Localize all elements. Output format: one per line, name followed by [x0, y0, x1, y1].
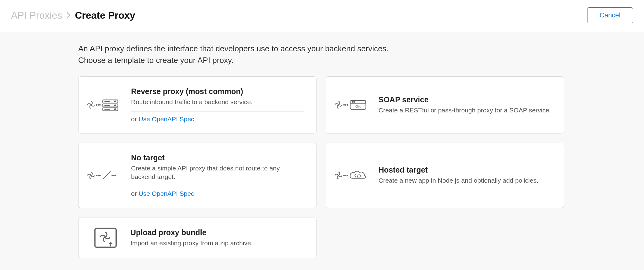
- card-desc: Create a simple API proxy that does not …: [131, 164, 304, 181]
- svg-point-28: [345, 175, 346, 176]
- svg-point-27: [344, 175, 345, 176]
- use-openapi-link[interactable]: Use OpenAPI Spec: [139, 115, 194, 122]
- svg-text:XML: XML: [355, 105, 362, 108]
- svg-point-18: [354, 101, 355, 102]
- breadcrumb-root-link[interactable]: API Proxies: [11, 10, 62, 21]
- card-body: Hosted target Create a new app in Node.j…: [379, 166, 551, 185]
- intro-line-2: Choose a template to create your API pro…: [78, 56, 233, 65]
- card-desc: Import an existing proxy from a zip arch…: [130, 239, 304, 247]
- divider: [131, 111, 304, 112]
- svg-point-14: [347, 104, 348, 105]
- card-body: Reverse proxy (most common) Route inboun…: [131, 87, 304, 122]
- svg-point-26: [115, 175, 116, 176]
- svg-point-17: [352, 101, 353, 102]
- upload-bundle-icon: [93, 228, 120, 247]
- svg-point-21: [98, 175, 99, 176]
- breadcrumb: API Proxies Create Proxy: [11, 10, 135, 21]
- card-reverse-proxy[interactable]: Reverse proxy (most common) Route inboun…: [78, 76, 317, 133]
- card-soap-service[interactable]: XML SOAP service Create a RESTful or pas…: [326, 76, 564, 133]
- divider: [131, 186, 304, 186]
- svg-point-0: [96, 104, 97, 105]
- card-desc: Route inbound traffic to a backend servi…: [131, 98, 304, 106]
- breadcrumb-current: Create Proxy: [75, 10, 135, 21]
- svg-point-2: [100, 104, 101, 105]
- or-openapi-line: or Use OpenAPI Spec: [131, 190, 304, 197]
- svg-point-10: [115, 105, 116, 106]
- card-no-target[interactable]: No target Create a simple API proxy that…: [78, 143, 317, 208]
- svg-point-13: [345, 104, 346, 105]
- svg-point-24: [112, 175, 113, 176]
- svg-point-22: [100, 175, 101, 176]
- card-hosted-target[interactable]: Hosted target Create a new app in Node.j…: [326, 143, 564, 208]
- svg-line-23: [103, 171, 111, 179]
- hosted-target-icon: [335, 166, 368, 185]
- or-prefix: or: [131, 115, 139, 122]
- card-body: No target Create a simple API proxy that…: [131, 153, 304, 198]
- svg-point-29: [347, 175, 348, 176]
- svg-point-1: [98, 104, 99, 105]
- card-desc: Create a RESTful or pass-through proxy f…: [379, 106, 551, 115]
- no-target-icon: [87, 166, 121, 185]
- card-desc: Create a new app in Node.js and optional…: [379, 176, 551, 185]
- or-prefix: or: [131, 190, 139, 197]
- svg-point-12: [344, 104, 345, 105]
- card-title: SOAP service: [379, 95, 551, 104]
- cancel-button[interactable]: Cancel: [587, 7, 633, 23]
- card-body: Upload proxy bundle Import an existing p…: [130, 228, 304, 247]
- card-title: Reverse proxy (most common): [131, 87, 304, 96]
- svg-line-30: [357, 174, 358, 178]
- intro-text: An API proxy defines the interface that …: [78, 43, 566, 66]
- card-title: Upload proxy bundle: [130, 228, 304, 237]
- svg-point-20: [96, 175, 97, 176]
- use-openapi-link[interactable]: Use OpenAPI Spec: [139, 190, 194, 197]
- template-card-grid: Reverse proxy (most common) Route inboun…: [78, 76, 566, 258]
- svg-point-9: [115, 101, 116, 102]
- card-title: No target: [131, 153, 304, 162]
- card-title: Hosted target: [379, 166, 551, 174]
- intro-line-1: An API proxy defines the interface that …: [78, 44, 389, 53]
- card-upload-bundle[interactable]: Upload proxy bundle Import an existing p…: [78, 217, 317, 258]
- svg-point-11: [115, 109, 116, 110]
- chevron-right-icon: [66, 12, 71, 19]
- content-area: An API proxy defines the interface that …: [0, 32, 644, 270]
- page-header: API Proxies Create Proxy Cancel: [0, 0, 644, 32]
- svg-point-25: [114, 175, 115, 176]
- card-body: SOAP service Create a RESTful or pass-th…: [379, 95, 551, 115]
- soap-service-icon: XML: [335, 95, 368, 115]
- or-openapi-line: or Use OpenAPI Spec: [131, 115, 304, 123]
- reverse-proxy-icon: [87, 95, 121, 115]
